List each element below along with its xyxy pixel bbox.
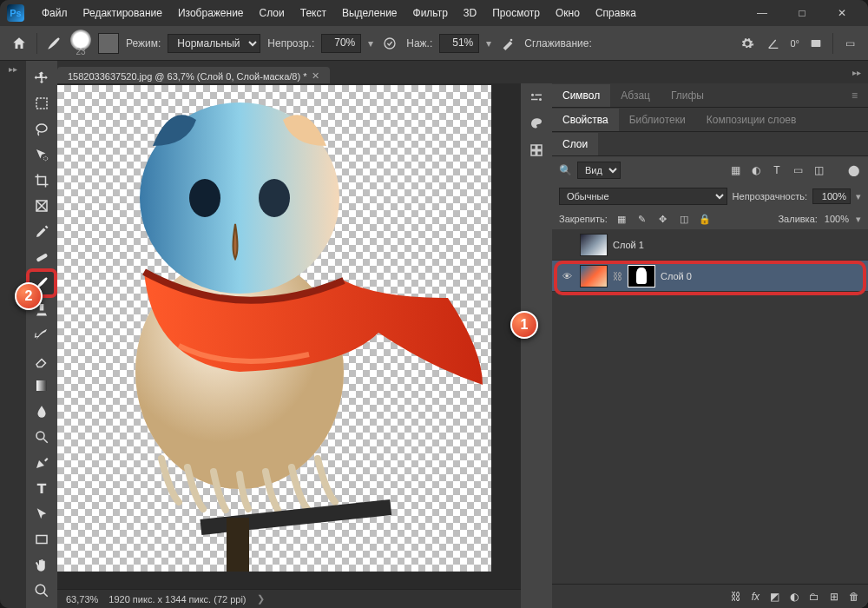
layer-mask-thumbnail[interactable] [628, 265, 655, 287]
layer-thumbnail[interactable] [580, 265, 608, 287]
menu-layers[interactable]: Слои [253, 3, 292, 23]
zoom-tool[interactable] [29, 579, 55, 604]
menu-3d[interactable]: 3D [457, 3, 483, 23]
lock-brush-icon[interactable]: ✎ [635, 212, 649, 226]
dodge-tool[interactable] [29, 425, 55, 449]
svg-point-19 [531, 94, 534, 96]
filter-adjust-icon[interactable]: ◐ [748, 162, 764, 178]
swatches-icon[interactable] [529, 116, 544, 132]
path-select-tool[interactable] [29, 502, 55, 526]
healing-brush-tool[interactable] [29, 246, 55, 270]
menu-image[interactable]: Изображение [171, 3, 251, 23]
pressure-size-icon[interactable] [806, 34, 825, 53]
fx-icon[interactable]: fx [752, 591, 760, 603]
filter-type-icon[interactable]: T [769, 162, 785, 178]
rectangle-tool[interactable] [29, 528, 55, 552]
pressure-opacity-icon[interactable] [380, 34, 399, 53]
adjustment-layer-icon[interactable]: ◐ [790, 591, 799, 603]
layer-row[interactable]: Слой 1 [552, 229, 868, 261]
quick-select-tool[interactable] [29, 143, 55, 168]
menu-text[interactable]: Текст [293, 3, 333, 23]
filter-toggle[interactable]: ⬤ [845, 162, 861, 178]
menu-view[interactable]: Просмотр [485, 3, 547, 23]
type-tool[interactable] [29, 477, 55, 501]
panel-menu-icon[interactable]: ≡ [841, 84, 868, 107]
hand-tool[interactable] [29, 553, 55, 578]
visibility-toggle[interactable]: 👁 [559, 271, 575, 281]
tab-properties[interactable]: Свойства [552, 109, 619, 131]
menu-file[interactable]: Файл [35, 3, 75, 23]
collapse-right-icon[interactable]: ▸▸ [852, 68, 861, 77]
minimize-button[interactable]: — [743, 1, 781, 25]
pen-tool[interactable] [29, 451, 55, 475]
lock-pixels-icon[interactable]: ▦ [615, 212, 628, 226]
tab-layers[interactable]: Слои [552, 133, 598, 155]
menu-edit[interactable]: Редактирование [76, 3, 169, 23]
layer-name[interactable]: Слой 0 [661, 271, 692, 281]
delete-layer-icon[interactable]: 🗑 [849, 591, 859, 603]
blend-mode-select[interactable]: Нормальный [168, 34, 260, 53]
lock-position-icon[interactable]: ✥ [656, 212, 670, 226]
layer-filter-kind[interactable]: Вид [577, 162, 621, 179]
menu-filter[interactable]: Фильтр [406, 3, 455, 23]
tab-glyphs[interactable]: Глифы [661, 84, 714, 107]
blur-tool[interactable] [29, 400, 55, 424]
close-button[interactable]: ✕ [823, 1, 861, 25]
eyedropper-tool[interactable] [29, 220, 55, 244]
document-tab[interactable]: 1582033637520.jpg @ 63,7% (Слой 0, Слой-… [57, 67, 330, 83]
move-tool[interactable] [29, 66, 55, 90]
opacity-value[interactable]: 70% [321, 34, 361, 53]
grid-icon[interactable] [529, 142, 544, 158]
tab-paragraph[interactable]: Абзац [610, 84, 661, 107]
opacity-chevron-icon[interactable]: ▾ [368, 37, 373, 50]
tab-symbol[interactable]: Символ [552, 84, 610, 107]
angle-value[interactable]: 0° [790, 38, 799, 49]
mask-icon[interactable]: ◩ [770, 591, 779, 603]
frame-tool[interactable] [29, 195, 55, 219]
group-icon[interactable]: 🗀 [809, 591, 819, 603]
lock-artboard-icon[interactable]: ◫ [677, 212, 691, 226]
filter-shape-icon[interactable]: ▭ [790, 162, 806, 178]
zoom-value[interactable]: 63,73% [66, 594, 98, 605]
home-icon[interactable] [9, 33, 30, 54]
filter-image-icon[interactable]: ▦ [727, 162, 743, 178]
canvas-viewport[interactable] [57, 83, 521, 589]
brush-tool-preset-icon[interactable] [44, 34, 63, 53]
history-brush-tool[interactable] [29, 322, 55, 347]
canvas[interactable] [57, 85, 491, 572]
link-layers-icon[interactable]: ⛓ [731, 591, 741, 603]
tab-libraries[interactable]: Библиотеки [619, 109, 696, 131]
angle-icon[interactable] [764, 34, 783, 53]
statusbar-chevron-icon[interactable]: ❯ [257, 593, 265, 605]
tab-close-icon[interactable]: ✕ [312, 70, 319, 82]
layer-name[interactable]: Слой 1 [613, 240, 644, 250]
flow-chevron-icon[interactable]: ▾ [486, 37, 491, 50]
mask-link-icon[interactable]: ⛓ [613, 271, 622, 281]
gear-icon[interactable] [738, 34, 757, 53]
marquee-tool[interactable] [29, 92, 55, 116]
menu-select[interactable]: Выделение [335, 3, 404, 23]
crop-tool[interactable] [29, 169, 55, 193]
blend-mode-layer-select[interactable]: Обычные [559, 188, 727, 205]
tab-layer-comps[interactable]: Композиции слоев [696, 109, 807, 131]
fill-value[interactable]: 100% [825, 214, 849, 224]
expand-left-icon[interactable]: ▸▸ [9, 64, 17, 74]
menu-help[interactable]: Справка [589, 3, 643, 23]
filter-smart-icon[interactable]: ◫ [811, 162, 826, 178]
lock-all-icon[interactable]: 🔒 [698, 212, 712, 226]
layer-opacity-value[interactable]: 100% [812, 188, 851, 204]
airbrush-icon[interactable] [498, 34, 517, 53]
new-layer-icon[interactable]: ⊞ [830, 591, 838, 603]
visibility-toggle[interactable] [559, 240, 575, 250]
brush-panel-icon[interactable] [98, 33, 119, 54]
lasso-tool[interactable] [29, 117, 55, 142]
layer-row[interactable]: 👁 ⛓ Слой 0 [552, 261, 868, 292]
gradient-tool[interactable] [29, 373, 55, 398]
eraser-tool[interactable] [29, 348, 55, 373]
flow-value[interactable]: 51% [439, 34, 479, 53]
workspace-icon[interactable]: ▭ [840, 34, 859, 53]
menu-window[interactable]: Окно [549, 3, 587, 23]
layer-thumbnail[interactable] [580, 234, 608, 256]
adjustments-icon[interactable] [529, 90, 544, 106]
maximize-button[interactable]: □ [783, 1, 821, 25]
